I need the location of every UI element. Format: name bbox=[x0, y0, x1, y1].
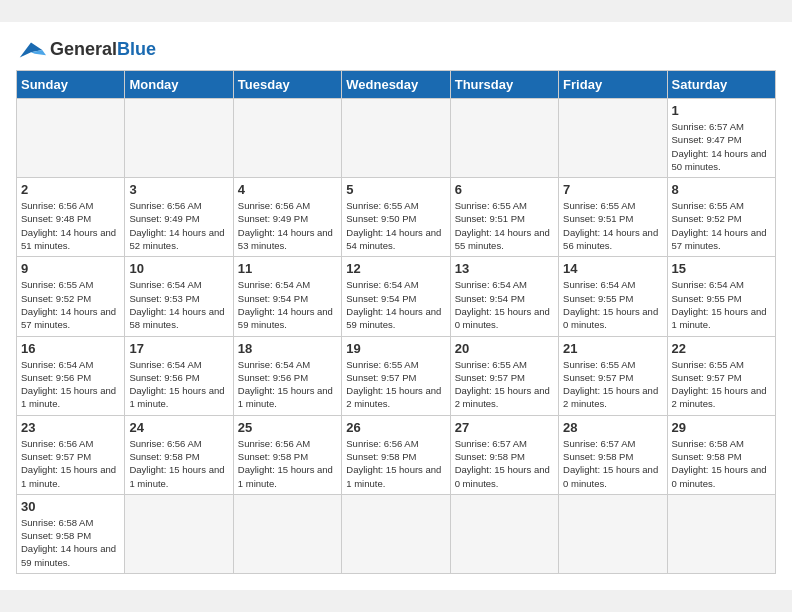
day-cell: 25Sunrise: 6:56 AM Sunset: 9:58 PM Dayli… bbox=[233, 415, 341, 494]
day-number: 12 bbox=[346, 261, 445, 276]
day-number: 25 bbox=[238, 420, 337, 435]
weekday-header-thursday: Thursday bbox=[450, 70, 558, 98]
calendar-table: SundayMondayTuesdayWednesdayThursdayFrid… bbox=[16, 70, 776, 574]
day-cell: 27Sunrise: 6:57 AM Sunset: 9:58 PM Dayli… bbox=[450, 415, 558, 494]
day-cell: 21Sunrise: 6:55 AM Sunset: 9:57 PM Dayli… bbox=[559, 336, 667, 415]
day-info: Sunrise: 6:56 AM Sunset: 9:48 PM Dayligh… bbox=[21, 199, 120, 252]
day-cell: 24Sunrise: 6:56 AM Sunset: 9:58 PM Dayli… bbox=[125, 415, 233, 494]
day-number: 16 bbox=[21, 341, 120, 356]
day-info: Sunrise: 6:54 AM Sunset: 9:56 PM Dayligh… bbox=[238, 358, 337, 411]
day-cell bbox=[233, 98, 341, 177]
day-number: 28 bbox=[563, 420, 662, 435]
day-info: Sunrise: 6:55 AM Sunset: 9:51 PM Dayligh… bbox=[455, 199, 554, 252]
day-cell: 22Sunrise: 6:55 AM Sunset: 9:57 PM Dayli… bbox=[667, 336, 775, 415]
day-info: Sunrise: 6:55 AM Sunset: 9:57 PM Dayligh… bbox=[346, 358, 445, 411]
day-number: 7 bbox=[563, 182, 662, 197]
day-cell bbox=[342, 494, 450, 573]
day-number: 15 bbox=[672, 261, 771, 276]
day-info: Sunrise: 6:55 AM Sunset: 9:52 PM Dayligh… bbox=[672, 199, 771, 252]
day-cell: 9Sunrise: 6:55 AM Sunset: 9:52 PM Daylig… bbox=[17, 257, 125, 336]
day-info: Sunrise: 6:58 AM Sunset: 9:58 PM Dayligh… bbox=[21, 516, 120, 569]
day-number: 1 bbox=[672, 103, 771, 118]
day-number: 2 bbox=[21, 182, 120, 197]
day-cell: 29Sunrise: 6:58 AM Sunset: 9:58 PM Dayli… bbox=[667, 415, 775, 494]
day-info: Sunrise: 6:54 AM Sunset: 9:56 PM Dayligh… bbox=[21, 358, 120, 411]
day-number: 19 bbox=[346, 341, 445, 356]
day-cell bbox=[667, 494, 775, 573]
day-cell: 18Sunrise: 6:54 AM Sunset: 9:56 PM Dayli… bbox=[233, 336, 341, 415]
day-number: 29 bbox=[672, 420, 771, 435]
day-number: 22 bbox=[672, 341, 771, 356]
day-number: 24 bbox=[129, 420, 228, 435]
day-cell bbox=[125, 494, 233, 573]
week-row-3: 16Sunrise: 6:54 AM Sunset: 9:56 PM Dayli… bbox=[17, 336, 776, 415]
day-cell: 12Sunrise: 6:54 AM Sunset: 9:54 PM Dayli… bbox=[342, 257, 450, 336]
day-cell bbox=[233, 494, 341, 573]
day-info: Sunrise: 6:54 AM Sunset: 9:55 PM Dayligh… bbox=[672, 278, 771, 331]
weekday-header-row: SundayMondayTuesdayWednesdayThursdayFrid… bbox=[17, 70, 776, 98]
day-info: Sunrise: 6:55 AM Sunset: 9:57 PM Dayligh… bbox=[455, 358, 554, 411]
weekday-header-friday: Friday bbox=[559, 70, 667, 98]
day-number: 11 bbox=[238, 261, 337, 276]
calendar-container: GeneralBlue SundayMondayTuesdayWednesday… bbox=[0, 22, 792, 590]
day-cell bbox=[450, 494, 558, 573]
day-info: Sunrise: 6:56 AM Sunset: 9:58 PM Dayligh… bbox=[346, 437, 445, 490]
day-info: Sunrise: 6:58 AM Sunset: 9:58 PM Dayligh… bbox=[672, 437, 771, 490]
day-cell: 14Sunrise: 6:54 AM Sunset: 9:55 PM Dayli… bbox=[559, 257, 667, 336]
day-info: Sunrise: 6:54 AM Sunset: 9:53 PM Dayligh… bbox=[129, 278, 228, 331]
weekday-header-saturday: Saturday bbox=[667, 70, 775, 98]
day-number: 18 bbox=[238, 341, 337, 356]
day-cell: 15Sunrise: 6:54 AM Sunset: 9:55 PM Dayli… bbox=[667, 257, 775, 336]
day-number: 21 bbox=[563, 341, 662, 356]
week-row-1: 2Sunrise: 6:56 AM Sunset: 9:48 PM Daylig… bbox=[17, 178, 776, 257]
weekday-header-tuesday: Tuesday bbox=[233, 70, 341, 98]
weekday-header-wednesday: Wednesday bbox=[342, 70, 450, 98]
day-cell: 30Sunrise: 6:58 AM Sunset: 9:58 PM Dayli… bbox=[17, 494, 125, 573]
week-row-4: 23Sunrise: 6:56 AM Sunset: 9:57 PM Dayli… bbox=[17, 415, 776, 494]
day-number: 8 bbox=[672, 182, 771, 197]
day-info: Sunrise: 6:57 AM Sunset: 9:58 PM Dayligh… bbox=[455, 437, 554, 490]
day-number: 20 bbox=[455, 341, 554, 356]
day-number: 6 bbox=[455, 182, 554, 197]
weekday-header-monday: Monday bbox=[125, 70, 233, 98]
day-info: Sunrise: 6:57 AM Sunset: 9:58 PM Dayligh… bbox=[563, 437, 662, 490]
day-number: 17 bbox=[129, 341, 228, 356]
day-info: Sunrise: 6:56 AM Sunset: 9:57 PM Dayligh… bbox=[21, 437, 120, 490]
day-info: Sunrise: 6:57 AM Sunset: 9:47 PM Dayligh… bbox=[672, 120, 771, 173]
day-number: 9 bbox=[21, 261, 120, 276]
day-number: 23 bbox=[21, 420, 120, 435]
day-cell: 11Sunrise: 6:54 AM Sunset: 9:54 PM Dayli… bbox=[233, 257, 341, 336]
day-number: 4 bbox=[238, 182, 337, 197]
day-cell: 2Sunrise: 6:56 AM Sunset: 9:48 PM Daylig… bbox=[17, 178, 125, 257]
day-info: Sunrise: 6:54 AM Sunset: 9:55 PM Dayligh… bbox=[563, 278, 662, 331]
week-row-2: 9Sunrise: 6:55 AM Sunset: 9:52 PM Daylig… bbox=[17, 257, 776, 336]
day-info: Sunrise: 6:54 AM Sunset: 9:54 PM Dayligh… bbox=[238, 278, 337, 331]
day-number: 14 bbox=[563, 261, 662, 276]
day-info: Sunrise: 6:55 AM Sunset: 9:57 PM Dayligh… bbox=[672, 358, 771, 411]
day-number: 3 bbox=[129, 182, 228, 197]
day-cell: 28Sunrise: 6:57 AM Sunset: 9:58 PM Dayli… bbox=[559, 415, 667, 494]
day-cell: 3Sunrise: 6:56 AM Sunset: 9:49 PM Daylig… bbox=[125, 178, 233, 257]
day-number: 10 bbox=[129, 261, 228, 276]
svg-marker-0 bbox=[20, 42, 43, 57]
day-info: Sunrise: 6:56 AM Sunset: 9:49 PM Dayligh… bbox=[238, 199, 337, 252]
day-cell bbox=[342, 98, 450, 177]
logo-text: GeneralBlue bbox=[50, 39, 156, 60]
day-cell: 19Sunrise: 6:55 AM Sunset: 9:57 PM Dayli… bbox=[342, 336, 450, 415]
day-cell: 17Sunrise: 6:54 AM Sunset: 9:56 PM Dayli… bbox=[125, 336, 233, 415]
weekday-header-sunday: Sunday bbox=[17, 70, 125, 98]
day-cell: 4Sunrise: 6:56 AM Sunset: 9:49 PM Daylig… bbox=[233, 178, 341, 257]
day-number: 30 bbox=[21, 499, 120, 514]
day-cell: 10Sunrise: 6:54 AM Sunset: 9:53 PM Dayli… bbox=[125, 257, 233, 336]
day-info: Sunrise: 6:54 AM Sunset: 9:56 PM Dayligh… bbox=[129, 358, 228, 411]
day-info: Sunrise: 6:56 AM Sunset: 9:49 PM Dayligh… bbox=[129, 199, 228, 252]
day-info: Sunrise: 6:55 AM Sunset: 9:51 PM Dayligh… bbox=[563, 199, 662, 252]
day-number: 26 bbox=[346, 420, 445, 435]
day-cell: 26Sunrise: 6:56 AM Sunset: 9:58 PM Dayli… bbox=[342, 415, 450, 494]
day-cell: 8Sunrise: 6:55 AM Sunset: 9:52 PM Daylig… bbox=[667, 178, 775, 257]
day-cell bbox=[559, 494, 667, 573]
day-cell bbox=[125, 98, 233, 177]
logo-icon bbox=[16, 38, 46, 62]
day-cell: 1Sunrise: 6:57 AM Sunset: 9:47 PM Daylig… bbox=[667, 98, 775, 177]
day-info: Sunrise: 6:54 AM Sunset: 9:54 PM Dayligh… bbox=[346, 278, 445, 331]
